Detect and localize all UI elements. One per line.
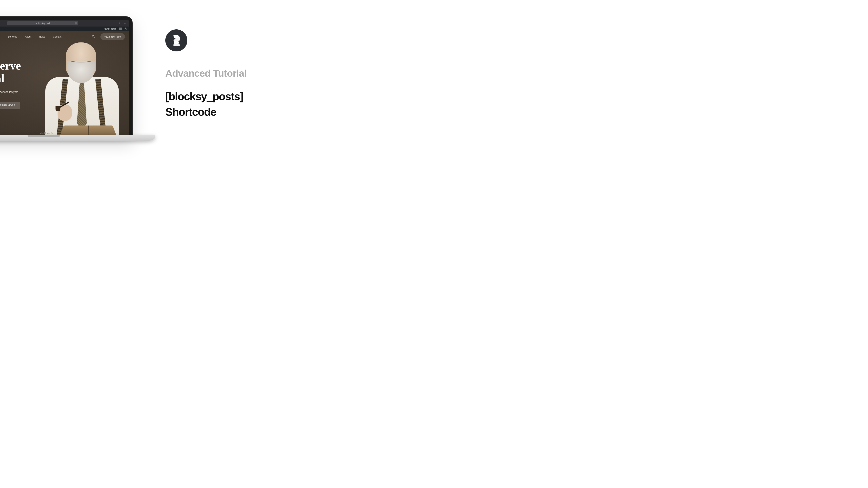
browser-actions: ⇪ + bbox=[118, 22, 126, 25]
nav-link-services[interactable]: Services bbox=[8, 35, 17, 38]
tutorial-title-line2: Shortcode bbox=[165, 104, 280, 120]
nav-link-news[interactable]: News bbox=[39, 35, 45, 38]
hero-subtitle: xperienced lawyers bbox=[0, 90, 21, 93]
laptop-screen: ⊕ blocksy.local ⇪ + Edit Page WPForms Ho… bbox=[0, 20, 129, 138]
browser-toolbar: ⊕ blocksy.local ⇪ + bbox=[0, 20, 129, 27]
tutorial-info-panel: Advanced Tutorial [blocksy_posts] Shortc… bbox=[165, 29, 280, 120]
website-viewport: Services About News Contact +123 456 789… bbox=[0, 31, 129, 138]
nav-link-contact[interactable]: Contact bbox=[53, 35, 61, 38]
nav-link-about[interactable]: About bbox=[25, 35, 31, 38]
tutorial-title-line1: [blocksy_posts] bbox=[165, 89, 280, 104]
learn-more-button[interactable]: EARN MORE bbox=[0, 102, 20, 109]
search-icon[interactable]: 🔍 bbox=[124, 28, 127, 30]
hero-image-person bbox=[37, 41, 127, 138]
main-nav: Services About News Contact bbox=[8, 35, 61, 38]
logo-b-icon bbox=[172, 35, 181, 46]
tutorial-subtitle: Advanced Tutorial bbox=[165, 68, 280, 79]
laptop-model-label: MacBook Pro bbox=[0, 132, 155, 135]
laptop-lid: ⊕ blocksy.local ⇪ + Edit Page WPForms Ho… bbox=[0, 16, 133, 139]
blocksy-logo bbox=[165, 29, 187, 52]
laptop-mockup: ⊕ blocksy.local ⇪ + Edit Page WPForms Ho… bbox=[0, 16, 155, 147]
laptop-notch bbox=[28, 135, 60, 137]
share-icon[interactable]: ⇪ bbox=[118, 22, 121, 25]
new-tab-icon[interactable]: + bbox=[124, 22, 126, 25]
lock-icon: ⊕ bbox=[35, 22, 37, 25]
reload-icon[interactable] bbox=[75, 22, 77, 25]
laptop-base bbox=[0, 135, 155, 141]
hero-section: serve al xperienced lawyers EARN MORE bbox=[0, 60, 21, 109]
avatar[interactable] bbox=[119, 28, 122, 30]
phone-button[interactable]: +123 456 7890 bbox=[100, 33, 125, 40]
cursor-icon: ⌖ bbox=[31, 89, 33, 91]
site-header: Services About News Contact +123 456 789… bbox=[0, 31, 129, 42]
svg-point-0 bbox=[92, 35, 94, 37]
address-text: blocksy.local bbox=[38, 22, 50, 25]
search-icon[interactable] bbox=[92, 35, 95, 38]
wp-admin-bar: Edit Page WPForms Howdy, admin 🔍 bbox=[0, 27, 129, 31]
wp-greeting[interactable]: Howdy, admin bbox=[103, 28, 116, 30]
hero-title: serve al bbox=[0, 60, 21, 85]
address-bar[interactable]: ⊕ blocksy.local bbox=[7, 21, 79, 25]
svg-line-1 bbox=[94, 37, 94, 38]
